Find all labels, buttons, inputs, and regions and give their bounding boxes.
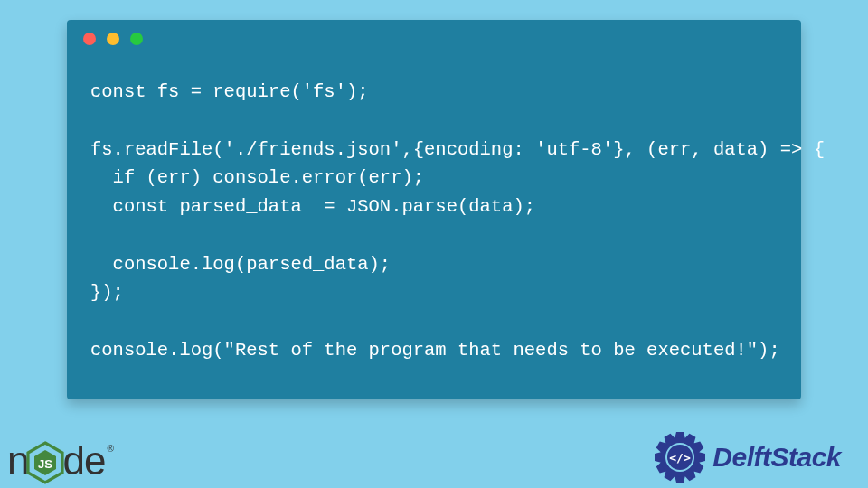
node-text-right: de bbox=[62, 438, 105, 483]
node-text-left: n bbox=[7, 438, 28, 483]
node-reg-icon: ® bbox=[107, 444, 113, 454]
svg-text:</>: </> bbox=[670, 451, 692, 465]
maximize-icon[interactable] bbox=[130, 33, 143, 45]
footer: n JS de ® bbox=[0, 418, 868, 488]
node-logo: n JS de ® bbox=[7, 437, 112, 484]
window-titlebar bbox=[67, 20, 801, 58]
delftstack-logo: </> DelftStack bbox=[653, 430, 841, 484]
close-icon[interactable] bbox=[83, 33, 96, 45]
gear-icon: </> bbox=[653, 430, 707, 484]
minimize-icon[interactable] bbox=[107, 33, 119, 45]
delftstack-text: DelftStack bbox=[712, 442, 841, 473]
node-hex-icon: JS bbox=[26, 441, 64, 488]
code-window: const fs = require('fs'); fs.readFile('.… bbox=[67, 20, 801, 399]
code-content: const fs = require('fs'); fs.readFile('.… bbox=[67, 58, 801, 381]
node-js-text: JS bbox=[39, 457, 53, 471]
